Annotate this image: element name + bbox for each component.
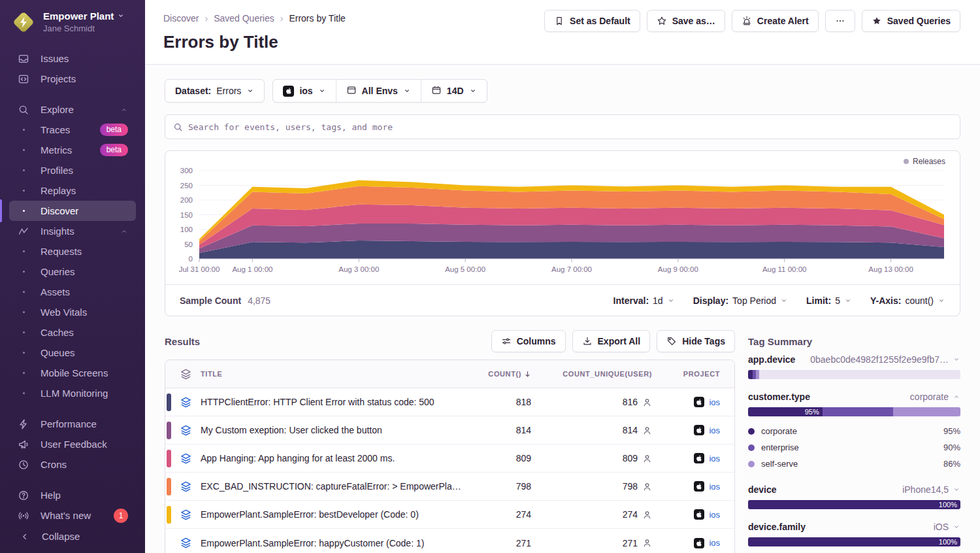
tag-top-value[interactable]: corporate: [910, 392, 960, 402]
sidebar-item-requests[interactable]: Requests: [9, 241, 136, 261]
dataset-filter[interactable]: Dataset: Errors: [165, 79, 265, 103]
export-all-button[interactable]: Export All: [572, 330, 651, 352]
stack-icon[interactable]: [180, 480, 192, 493]
sidebar-item-explore[interactable]: Explore: [9, 99, 136, 120]
tag-legend-row[interactable]: self-serve 86%: [748, 456, 960, 472]
chevron-up-icon: [120, 106, 128, 114]
stack-icon[interactable]: [180, 424, 192, 437]
sidebar-item-crons[interactable]: Crons: [9, 454, 136, 475]
sidebar-item-traces[interactable]: Tracesbeta: [9, 120, 136, 140]
sidebar-item-replays[interactable]: Replays: [9, 180, 136, 201]
filter-row: Dataset: Errors ios: [165, 79, 960, 103]
column-header-project[interactable]: PROJECT: [656, 370, 734, 378]
button-label: Create Alert: [757, 16, 809, 26]
stack-icon[interactable]: [180, 537, 192, 549]
bullet-icon: [17, 291, 30, 293]
tag-top-value[interactable]: 0baebc0de4982f1255f2e9e9fb7…: [810, 354, 960, 365]
svg-text:200: 200: [180, 196, 193, 204]
table-row[interactable]: My Custom exeption: User clicked the but…: [165, 416, 734, 444]
results-section: Results Columns Export All Hide Tags TIT…: [165, 329, 735, 553]
table-row[interactable]: EmpowerPlant.SampleError: bestDeveloper …: [165, 501, 734, 529]
display-select[interactable]: Display: Top Period: [693, 295, 788, 306]
column-header-count-unique[interactable]: COUNT_UNIQUE(USER): [535, 370, 656, 378]
tag-top-value[interactable]: iOS: [934, 522, 960, 532]
sidebar-item-help[interactable]: Help: [9, 485, 136, 505]
sidebar-item-user-feedback[interactable]: User Feedback: [9, 434, 136, 454]
sidebar-item-mobile-screens[interactable]: Mobile Screens: [9, 363, 136, 383]
stack-icon[interactable]: [180, 396, 192, 409]
breadcrumb-item[interactable]: Saved Queries: [214, 13, 274, 24]
project-filter[interactable]: ios: [273, 80, 335, 102]
sidebar-item-issues[interactable]: Issues: [9, 48, 136, 69]
saved-queries-button[interactable]: Saved Queries: [862, 10, 960, 32]
tag-distribution-bar[interactable]: 100%: [748, 500, 960, 509]
project-link[interactable]: ios: [709, 510, 720, 520]
sidebar-collapse-button[interactable]: Collapse: [0, 526, 145, 546]
limit-select[interactable]: Limit: 5: [806, 295, 852, 306]
sidebar-item-profiles[interactable]: Profiles: [9, 160, 136, 180]
bullet-icon: [17, 169, 30, 171]
sidebar-item-llm-monitoring[interactable]: LLM Monitoring: [9, 383, 136, 403]
set-as-default-button[interactable]: Set as Default: [544, 10, 640, 32]
svg-text:Jul 31 00:00: Jul 31 00:00: [179, 265, 220, 273]
project-link[interactable]: ios: [709, 454, 720, 463]
columns-button[interactable]: Columns: [491, 330, 566, 352]
sidebar-item-what-s-new[interactable]: What's new1: [9, 505, 136, 526]
yaxis-select[interactable]: Y-Axis: count(): [870, 295, 945, 306]
sidebar-item-discover[interactable]: Discover: [9, 201, 136, 221]
tag-legend-row[interactable]: corporate 95%: [748, 423, 960, 439]
tag-legend-row[interactable]: enterprise 90%: [748, 439, 960, 456]
project-link[interactable]: ios: [709, 397, 720, 407]
interval-select[interactable]: Interval: 1d: [613, 295, 675, 306]
tag-distribution-bar[interactable]: 95%: [748, 407, 960, 416]
more-options-button[interactable]: [825, 10, 855, 32]
project-link[interactable]: ios: [709, 426, 720, 435]
tag-top-value[interactable]: iPhone14,5: [902, 484, 960, 495]
error-title[interactable]: EXC_BAD_INSTRUCTION: captureFatalError: …: [201, 481, 470, 492]
table-row[interactable]: App Hanging: App hanging for at least 20…: [165, 444, 734, 473]
save-as--button[interactable]: Save as…: [647, 10, 725, 32]
tag-distribution-bar[interactable]: 100%: [748, 537, 960, 546]
project-link[interactable]: ios: [709, 482, 720, 492]
stacked-area-chart[interactable]: 050100150200250300Jul 31 00:00Aug 1 00:0…: [165, 151, 960, 284]
select-value: 1d: [653, 295, 663, 306]
table-row[interactable]: EmpowerPlant.SampleError: happyCustomer …: [165, 529, 734, 553]
apple-icon: [694, 481, 704, 492]
column-header-title[interactable]: TITLE: [201, 370, 470, 378]
date-range-filter[interactable]: 14D: [421, 80, 487, 102]
search-bar: [165, 114, 960, 139]
sidebar-item-queues[interactable]: Queues: [9, 343, 136, 363]
stack-icon[interactable]: [180, 452, 192, 465]
select-value: 5: [835, 295, 840, 306]
sidebar-item-performance[interactable]: Performance: [9, 414, 136, 434]
issues-icon: [17, 52, 30, 65]
error-title[interactable]: App Hanging: App hanging for at least 20…: [201, 453, 470, 463]
sidebar-item-metrics[interactable]: Metricsbeta: [9, 140, 136, 160]
tag-summary: Tag Summary app.device 0baebc0de4982f125…: [748, 329, 960, 553]
sidebar-item-label: Metrics: [41, 144, 72, 156]
sidebar-item-caches[interactable]: Caches: [9, 322, 136, 343]
column-header-count[interactable]: COUNT(): [470, 370, 535, 378]
error-title[interactable]: EmpowerPlant.SampleError: happyCustomer …: [201, 538, 470, 548]
create-alert-button[interactable]: Create Alert: [732, 10, 819, 32]
project-link[interactable]: ios: [709, 538, 720, 548]
org-switcher[interactable]: Empower Plant Jane Schmidt: [0, 0, 145, 43]
search-input[interactable]: [188, 122, 952, 132]
period-value: 14D: [447, 86, 464, 96]
sidebar-item-web-vitals[interactable]: Web Vitals: [9, 302, 136, 322]
environment-filter[interactable]: All Envs: [336, 80, 421, 102]
sample-count-label: Sample Count: [180, 295, 241, 306]
sidebar-item-insights[interactable]: Insights: [9, 221, 136, 241]
hide-tags-button[interactable]: Hide Tags: [657, 330, 735, 352]
breadcrumb-item[interactable]: Discover: [163, 13, 199, 24]
sidebar-item-queries[interactable]: Queries: [9, 261, 136, 282]
sidebar-item-assets[interactable]: Assets: [9, 282, 136, 302]
sidebar-item-projects[interactable]: Projects: [9, 69, 136, 89]
table-row[interactable]: HTTPClientError: HTTP Client Error with …: [165, 388, 734, 416]
stack-icon[interactable]: [180, 509, 192, 521]
error-title[interactable]: HTTPClientError: HTTP Client Error with …: [201, 397, 470, 407]
tag-distribution-bar[interactable]: [748, 370, 960, 379]
table-row[interactable]: EXC_BAD_INSTRUCTION: captureFatalError: …: [165, 473, 734, 501]
error-title[interactable]: My Custom exeption: User clicked the but…: [201, 425, 470, 435]
error-title[interactable]: EmpowerPlant.SampleError: bestDeveloper …: [201, 509, 470, 520]
